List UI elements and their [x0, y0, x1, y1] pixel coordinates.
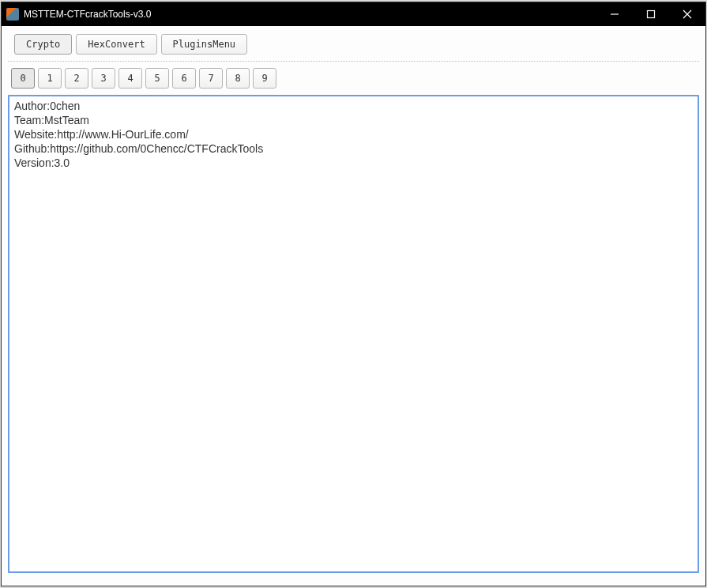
maximize-button[interactable] — [633, 2, 669, 26]
tab-8[interactable]: 8 — [226, 68, 250, 89]
svg-rect-1 — [648, 11, 655, 18]
menu-crypto[interactable]: Crypto — [14, 34, 72, 55]
tab-3[interactable]: 3 — [92, 68, 115, 89]
menubar: Crypto HexConvert PluginsMenu — [8, 31, 699, 62]
tab-2[interactable]: 2 — [65, 68, 88, 89]
tab-9[interactable]: 9 — [253, 68, 276, 89]
tab-0[interactable]: 0 — [11, 68, 35, 89]
editor-textarea[interactable] — [14, 100, 693, 568]
tabbar: 0 1 2 3 4 5 6 7 8 9 — [8, 62, 699, 95]
close-button[interactable] — [669, 2, 705, 26]
tab-5[interactable]: 5 — [145, 68, 169, 89]
tab-6[interactable]: 6 — [172, 68, 196, 89]
java-icon — [6, 8, 19, 21]
editor-frame — [8, 95, 699, 573]
window-title: MSTTEM-CTFcrackTools-v3.0 — [24, 9, 596, 20]
tab-1[interactable]: 1 — [38, 68, 62, 89]
window-controls — [596, 2, 705, 26]
client-area: Crypto HexConvert PluginsMenu 0 1 2 3 4 … — [2, 26, 705, 586]
menu-hexconvert[interactable]: HexConvert — [76, 34, 156, 55]
window: MSTTEM-CTFcrackTools-v3.0 Crypto HexConv… — [1, 2, 706, 586]
tab-7[interactable]: 7 — [199, 68, 223, 89]
tab-4[interactable]: 4 — [118, 68, 142, 89]
minimize-button[interactable] — [596, 2, 633, 26]
menu-pluginsmenu[interactable]: PluginsMenu — [161, 34, 247, 55]
titlebar: MSTTEM-CTFcrackTools-v3.0 — [2, 2, 705, 26]
